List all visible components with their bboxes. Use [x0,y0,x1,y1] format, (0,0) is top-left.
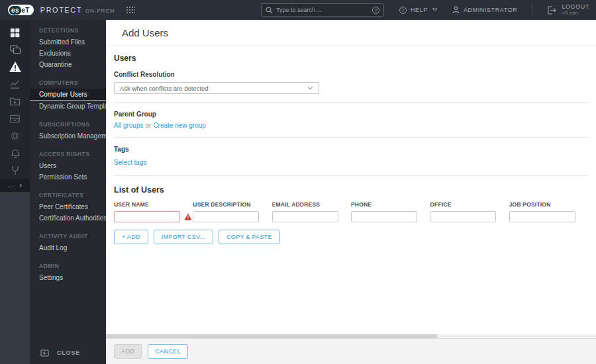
global-search: ? [261,3,384,17]
sidebar-section-header-admin: ADMIN [30,261,106,272]
sidebar-item-subscription-management[interactable]: Subscription Management [30,130,106,142]
help-label: HELP [411,7,428,13]
add-row-button[interactable]: + ADD [114,230,148,244]
email-address-input[interactable] [272,211,338,222]
section-divider [114,102,588,103]
job-position-input[interactable] [509,211,575,222]
sidebar-section-header-detections: DETECTIONS [30,25,106,36]
import-csv-button[interactable]: IMPORT CSV... [154,230,213,244]
icon-rail-panel: ... › [0,20,30,192]
cell-user-description [193,211,272,222]
apps-grid-icon[interactable] [126,6,135,14]
eset-protect-console: es eT PROTECT ON-PREM ? QUICK LINKS [0,0,596,364]
sidebar-item-settings[interactable]: Settings [30,272,106,283]
page-title-bar: Add Users [106,20,596,46]
chevron-down-icon [307,86,313,90]
user-label: ADMINISTRATOR [464,7,517,13]
copy-paste-button[interactable]: COPY & PASTE [219,230,280,244]
form-content: Users Conflict Resolution Ask when confl… [106,46,596,364]
create-new-group-link[interactable]: Create new group [153,122,206,129]
parent-group-label: Parent Group [114,111,588,118]
sidebar-section-header-certificates: CERTIFICATES [30,190,106,201]
collapse-icon [40,349,49,357]
cancel-button[interactable]: CANCEL [148,344,188,359]
tags-label: Tags [114,146,588,153]
cell-phone [351,211,430,222]
cell-user-name [114,211,193,222]
search-input[interactable] [276,7,372,13]
sidebar-section-header-access-rights: ACCESS RIGHTS [30,149,106,160]
column-header-user-description: USER DESCRIPTION [193,201,272,208]
more-menu-button[interactable]: ... › [0,179,30,192]
search-icon [266,7,273,14]
page-title: Add Users [122,27,168,38]
sidebar-item-computer-users[interactable]: Computer Users [30,89,106,101]
dashboard-icon[interactable] [0,24,30,41]
sidebar-item-exclusions[interactable]: Exclusions [30,48,106,59]
close-label: CLOSE [57,349,80,356]
tasks-icon[interactable] [0,93,30,110]
help-menu[interactable]: ? HELP [399,7,438,14]
sidebar-close-button[interactable]: CLOSE [30,341,106,364]
sidebar-item-quarantine[interactable]: Quarantine [30,59,106,70]
logout-icon [547,6,557,15]
users-section-heading: Users [114,54,588,63]
user-icon [452,6,460,14]
logout-button[interactable]: LOGOUT >9 min [547,3,589,17]
main-panel: Add Users Users Conflict Resolution Ask … [106,20,596,364]
eset-logo-right: eT [21,7,30,14]
status-icon[interactable] [0,161,30,179]
column-header-phone: PHONE [351,201,430,208]
sidebar-item-certification-authorities[interactable]: Certification Authorities [30,212,106,224]
footer-action-bar: ADD CANCEL [106,338,596,364]
eset-logo: es eT [8,5,34,15]
sidebar-item-audit-log[interactable]: Audit Log [30,242,106,253]
chevron-down-icon [432,8,438,12]
detections-icon[interactable] [0,58,30,75]
search-help-icon[interactable]: ? [372,7,379,14]
column-header-office: OFFICE [430,201,509,208]
add-button[interactable]: ADD [114,344,142,359]
section-divider [114,175,588,176]
expand-icon: › [19,182,22,189]
icon-rail: ... › [0,20,30,364]
sidebar-section-header-activity-audit: ACTIVITY AUDIT [30,231,106,242]
sidebar-item-users[interactable]: Users [30,160,106,171]
user-description-input[interactable] [193,211,259,222]
conflict-resolution-select[interactable]: Ask when conflicts are detected [114,82,319,94]
top-bar: es eT PROTECT ON-PREM ? QUICK LINKS [0,0,596,20]
office-input[interactable] [430,211,496,222]
conflict-resolution-value: Ask when conflicts are detected [120,85,307,92]
column-header-email-address: EMAIL ADDRESS [272,201,351,208]
users-table-row [114,211,588,222]
user-menu[interactable]: ADMINISTRATOR [452,6,517,14]
policies-icon[interactable] [0,127,30,144]
help-icon: ? [399,7,407,14]
sidebar: DETECTIONSSubmitted FilesExclusionsQuara… [30,20,106,364]
topbar-divider [532,3,532,17]
computers-icon[interactable] [0,41,30,58]
section-divider [114,137,588,138]
reports-icon[interactable] [0,75,30,93]
sidebar-section-header-subscriptions: SUBSCRIPTIONS [30,119,106,130]
column-header-job-position: JOB POSITION [509,201,588,208]
more-icon: ... [8,183,15,188]
phone-input[interactable] [351,211,417,222]
select-tags-link[interactable]: Select tags [114,159,146,166]
cell-office [430,211,509,222]
sidebar-item-submitted-files[interactable]: Submitted Files [30,36,106,48]
column-header-user-name: USER NAME [114,201,193,208]
notifications-icon[interactable] [0,144,30,161]
user-name-input[interactable] [114,211,180,222]
product-name: PROTECT [40,6,82,14]
validation-warning-icon [184,213,192,220]
list-of-users-heading: List of Users [114,185,588,195]
sidebar-item-permission-sets[interactable]: Permission Sets [30,171,106,183]
all-groups-link[interactable]: All groups [114,122,143,129]
conflict-resolution-label: Conflict Resolution [114,71,588,78]
sidebar-item-peer-certificates[interactable]: Peer Certificates [30,201,106,212]
or-text: or [145,122,151,129]
sidebar-item-dynamic-group-templates[interactable]: Dynamic Group Templates [30,101,106,112]
installers-icon[interactable] [0,110,30,127]
sidebar-section-header-computers: COMPUTERS [30,77,106,89]
